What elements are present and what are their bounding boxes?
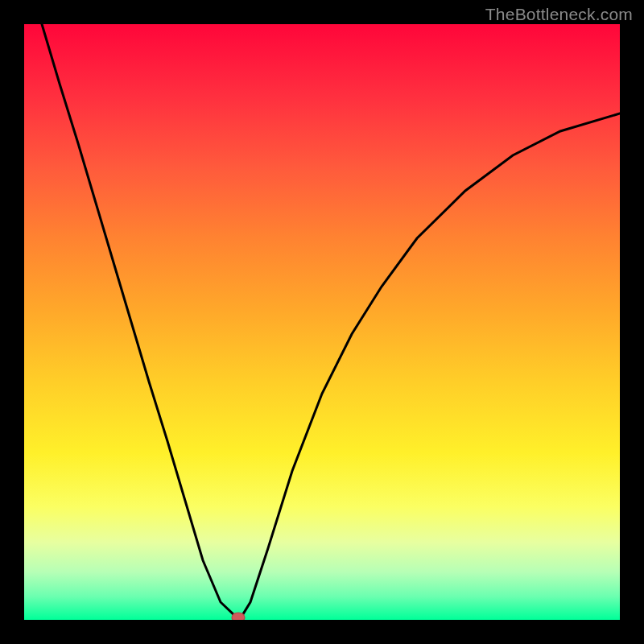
optimal-point-marker [232, 613, 245, 620]
curve-layer [24, 24, 620, 620]
watermark-text: TheBottleneck.com [485, 5, 633, 24]
plot-area [24, 24, 620, 620]
chart-frame: TheBottleneck.com [0, 0, 644, 644]
bottleneck-curve [42, 24, 620, 617]
